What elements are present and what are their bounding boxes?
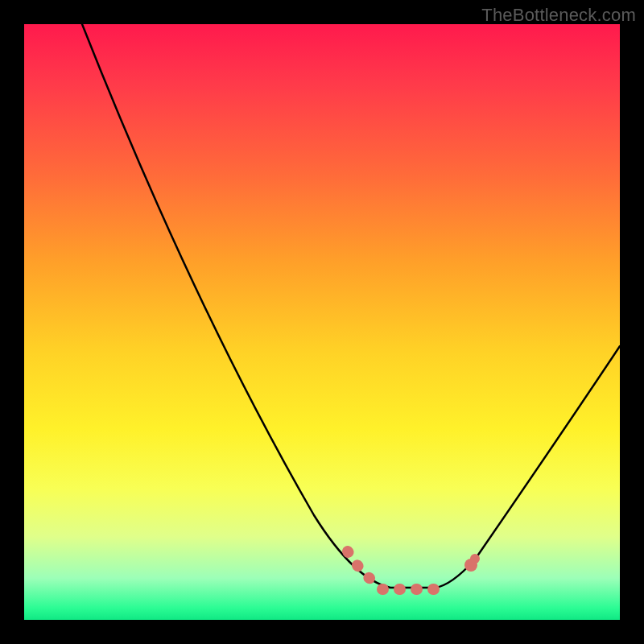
plot-area (24, 24, 620, 620)
svg-point-1 (470, 554, 480, 564)
optimal-band (348, 551, 480, 589)
chart-svg (24, 24, 620, 620)
bottleneck-curve (82, 24, 620, 588)
watermark-text: TheBottleneck.com (481, 5, 636, 26)
chart-frame: TheBottleneck.com (0, 0, 644, 644)
